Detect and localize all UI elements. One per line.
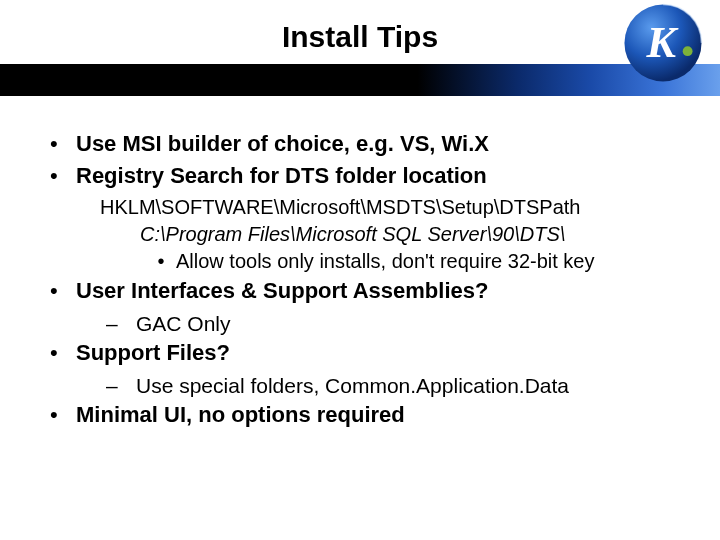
slide-header: Install Tips K (0, 0, 720, 96)
bullet-icon: • (50, 130, 76, 158)
bullet-4-text: Support Files? (76, 339, 230, 367)
dash-icon: – (106, 371, 136, 401)
slide-body: • Use MSI builder of choice, e.g. VS, Wi… (50, 130, 680, 433)
dash-icon: – (106, 309, 136, 339)
bullet-icon: • (50, 277, 76, 305)
svg-text:K: K (646, 18, 679, 67)
bullet-3-sub1-row: – GAC Only (106, 309, 680, 339)
bullet-icon: • (50, 339, 76, 367)
bullet-2-text: Registry Search for DTS folder location (76, 162, 487, 190)
bullet-icon: • (50, 401, 76, 429)
bullet-2-sub3: Allow tools only installs, don't require… (176, 248, 594, 275)
bullet-4-sub1-row: – Use special folders, Common.Applicatio… (106, 371, 680, 401)
bullet-2-sub2: C:\Program Files\Microsoft SQL Server\90… (140, 221, 680, 248)
bullet-icon: • (50, 162, 76, 190)
bullet-3: • User Interfaces & Support Assemblies? (50, 277, 680, 305)
bullet-4-sub1: Use special folders, Common.Application.… (136, 371, 569, 401)
bullet-2-sub1: HKLM\SOFTWARE\Microsoft\MSDTS\Setup\DTSP… (100, 194, 680, 221)
header-stripe (0, 64, 720, 96)
bullet-1: • Use MSI builder of choice, e.g. VS, Wi… (50, 130, 680, 158)
logo-icon: K (622, 2, 704, 84)
bullet-icon: • (146, 248, 176, 275)
bullet-2: • Registry Search for DTS folder locatio… (50, 162, 680, 190)
bullet-5: • Minimal UI, no options required (50, 401, 680, 429)
bullet-3-text: User Interfaces & Support Assemblies? (76, 277, 488, 305)
bullet-2-sub3-row: • Allow tools only installs, don't requi… (146, 248, 680, 275)
bullet-3-sub1: GAC Only (136, 309, 231, 339)
bullet-5-text: Minimal UI, no options required (76, 401, 405, 429)
bullet-4: • Support Files? (50, 339, 680, 367)
bullet-1-text: Use MSI builder of choice, e.g. VS, Wi.X (76, 130, 489, 158)
slide-title: Install Tips (0, 20, 720, 54)
svg-point-2 (683, 46, 693, 56)
